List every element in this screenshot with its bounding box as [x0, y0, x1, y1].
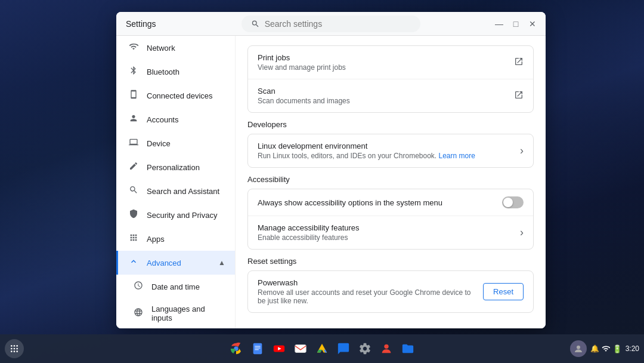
accessibility-toggle[interactable] [502, 196, 524, 208]
svg-point-6 [11, 350, 13, 352]
window-titlebar: Settings — □ ✕ [116, 12, 546, 36]
sidebar-item-advanced-label: Advanced [147, 259, 211, 267]
settings-window: Settings — □ ✕ Network [116, 12, 546, 328]
sidebar-item-apps[interactable]: Apps [116, 227, 235, 251]
always-show-title: Always show accessibility options in the… [258, 198, 502, 207]
taskbar-drive[interactable] [312, 339, 332, 358]
sidebar-item-search-label: Search and Assistant [147, 187, 225, 196]
reset-card: Powerwash Remove all user accounts and r… [247, 270, 534, 313]
search-input[interactable] [265, 19, 411, 29]
sidebar-item-network-label: Network [147, 44, 225, 53]
linux-dev-content: Linux development environment Run Linux … [258, 141, 515, 160]
sidebar-item-device-label: Device [147, 139, 225, 148]
taskbar-settings[interactable] [355, 339, 374, 358]
sidebar-item-search-and-assistant[interactable]: Search and Assistant [116, 179, 235, 203]
globe-icon [132, 307, 144, 319]
powerwash-content: Powerwash Remove all user accounts and r… [258, 278, 478, 305]
sidebar-item-datetime-label: Date and time [151, 282, 225, 291]
sidebar-item-advanced[interactable]: Advanced ▲ [116, 251, 235, 275]
sidebar-item-security-label: Security and Privacy [147, 211, 225, 220]
apps-grid-icon [128, 233, 140, 245]
taskbar-clock[interactable]: 3:20 [626, 344, 639, 353]
laptop-icon [128, 137, 140, 149]
always-show-content: Always show accessibility options in the… [258, 198, 502, 207]
sidebar-item-accounts[interactable]: Accounts [116, 107, 235, 131]
accessibility-section-title: Accessibility [247, 175, 534, 184]
sidebar-item-network[interactable]: Network [116, 36, 235, 60]
sidebar-item-personalization[interactable]: Personalization [116, 155, 235, 179]
always-show-row[interactable]: Always show accessibility options in the… [248, 189, 533, 216]
shield-icon [128, 209, 140, 221]
developers-card: Linux development environment Run Linux … [247, 134, 534, 168]
window-body: Network Bluetooth Connected devices [116, 36, 546, 328]
user-avatar[interactable] [570, 340, 587, 357]
clock-icon [132, 281, 144, 293]
svg-point-5 [16, 348, 18, 350]
learn-more-link[interactable]: Learn more [439, 152, 475, 160]
taskbar-files[interactable] [398, 339, 417, 358]
reset-section-title: Reset settings [247, 257, 534, 266]
taskbar-gmail[interactable] [291, 339, 310, 358]
advanced-sub-items: Date and time Languages and inputs Files [116, 275, 235, 328]
taskbar-center-apps [227, 339, 417, 358]
reset-button[interactable]: Reset [483, 283, 524, 300]
launcher-button[interactable] [5, 339, 24, 358]
svg-point-8 [16, 350, 18, 352]
taskbar-account[interactable] [377, 339, 396, 358]
search-icon [251, 19, 260, 29]
sidebar-item-date-time[interactable]: Date and time [116, 275, 235, 299]
svg-rect-10 [253, 343, 262, 354]
linux-dev-chevron [520, 144, 524, 157]
window-controls: — □ ✕ [493, 18, 538, 30]
svg-rect-11 [255, 346, 260, 346]
svg-point-0 [11, 345, 13, 347]
print-jobs-row[interactable]: Print jobs View and manage print jobs [248, 46, 533, 79]
sidebar-item-bluetooth[interactable]: Bluetooth [116, 60, 235, 84]
sidebar-item-personalization-label: Personalization [147, 163, 225, 172]
print-section-card: Print jobs View and manage print jobs Sc… [247, 45, 534, 113]
sidebar-item-security[interactable]: Security and Privacy [116, 203, 235, 227]
linux-dev-row[interactable]: Linux development environment Run Linux … [248, 134, 533, 167]
print-jobs-content: Print jobs View and manage print jobs [258, 53, 509, 72]
sidebar-item-accounts-label: Accounts [147, 115, 225, 124]
minimize-button[interactable]: — [493, 18, 505, 30]
sys-icons: 🔔 🔋 [590, 344, 622, 353]
svg-rect-13 [255, 349, 258, 350]
taskbar-messages[interactable] [334, 339, 353, 358]
svg-point-7 [14, 350, 16, 352]
sidebar-item-connected-devices[interactable]: Connected devices [116, 84, 235, 107]
notification-icon: 🔔 [590, 344, 599, 353]
maximize-button[interactable]: □ [510, 18, 522, 30]
svg-point-1 [14, 345, 16, 347]
taskbar-right: 🔔 🔋 3:20 [570, 340, 639, 357]
advanced-icon [128, 257, 140, 269]
sidebar-item-apps-label: Apps [147, 235, 225, 244]
svg-point-4 [14, 348, 16, 350]
sidebar-item-device[interactable]: Device [116, 131, 235, 155]
linux-dev-title: Linux development environment [258, 141, 515, 150]
svg-rect-12 [255, 347, 260, 348]
chevron-up-icon: ▲ [218, 259, 225, 267]
close-button[interactable]: ✕ [527, 18, 538, 30]
taskbar-chrome[interactable] [227, 339, 246, 358]
svg-point-17 [384, 344, 388, 349]
svg-point-2 [16, 345, 18, 347]
manage-accessibility-title: Manage accessibility features [258, 223, 515, 232]
print-jobs-title: Print jobs [258, 53, 509, 62]
scan-content: Scan Scan documents and images [258, 87, 509, 105]
accessibility-card: Always show accessibility options in the… [247, 189, 534, 250]
sidebar-item-languages[interactable]: Languages and inputs [116, 299, 235, 328]
manage-accessibility-row[interactable]: Manage accessibility features Enable acc… [248, 216, 533, 249]
wifi-icon [128, 42, 140, 54]
scan-desc: Scan documents and images [258, 97, 509, 105]
powerwash-row: Powerwash Remove all user accounts and r… [248, 271, 533, 312]
search-bar [242, 16, 420, 32]
scan-row[interactable]: Scan Scan documents and images [248, 79, 533, 112]
taskbar-youtube[interactable] [270, 339, 289, 358]
scan-external-icon [514, 90, 524, 101]
sidebar: Network Bluetooth Connected devices [116, 36, 236, 328]
sidebar-item-languages-label: Languages and inputs [151, 304, 225, 322]
taskbar-docs[interactable] [248, 339, 267, 358]
time-display: 3:20 [626, 344, 639, 353]
wifi-status-icon [602, 344, 610, 353]
